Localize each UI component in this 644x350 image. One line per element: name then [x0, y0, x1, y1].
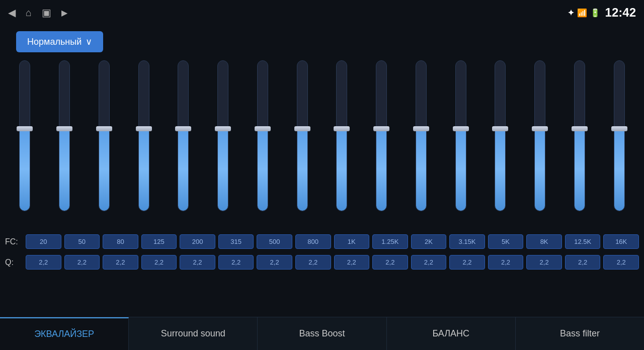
q-btn-800[interactable]: 2,2 [295, 255, 331, 270]
slider-handle-16K[interactable] [611, 126, 627, 131]
slider-1.25K[interactable] [366, 60, 396, 231]
fc-btn-315[interactable]: 315 [218, 234, 254, 249]
slider-handle-5K[interactable] [492, 126, 508, 131]
fc-label: FC: [5, 237, 23, 246]
slider-fill-16K [614, 128, 624, 211]
back-icon[interactable]: ◀ [8, 7, 16, 19]
slider-handle-125[interactable] [136, 126, 152, 131]
slider-315[interactable] [208, 60, 238, 231]
slider-handle-200[interactable] [175, 126, 191, 131]
slider-500[interactable] [248, 60, 278, 231]
slider-track-315 [217, 60, 228, 211]
slider-handle-3.15K[interactable] [453, 126, 469, 131]
slider-handle-12.5K[interactable] [572, 126, 588, 131]
slider-3.15K[interactable] [446, 60, 476, 231]
preset-dropdown-icon: ∨ [86, 36, 92, 47]
fc-btn-80[interactable]: 80 [103, 234, 138, 249]
fc-btn-3.15K[interactable]: 3.15K [449, 234, 485, 249]
q-btn-16K[interactable]: 2,2 [603, 255, 639, 270]
q-btn-5K[interactable]: 2,2 [488, 255, 524, 270]
q-btn-1K[interactable]: 2,2 [334, 255, 370, 270]
battery-icon: 🔋 [590, 8, 600, 18]
tab-баланс[interactable]: БАЛАНС [387, 317, 516, 350]
status-bar: ◀ ⌂ ▣ ▶ ✦ 📶 🔋 12:42 [0, 0, 644, 25]
slider-5K[interactable] [485, 60, 515, 231]
slider-handle-1.25K[interactable] [373, 126, 389, 131]
slider-fill-2K [416, 128, 426, 211]
fc-btn-1.25K[interactable]: 1.25K [372, 234, 408, 249]
slider-12.5K[interactable] [565, 60, 595, 231]
q-btn-200[interactable]: 2,2 [180, 255, 215, 270]
window-icon[interactable]: ▣ [42, 7, 51, 19]
slider-handle-20[interactable] [17, 126, 33, 131]
preset-button[interactable]: Нормальный ∨ [16, 31, 103, 52]
q-btn-125[interactable]: 2,2 [141, 255, 177, 270]
slider-handle-1K[interactable] [334, 126, 350, 131]
q-btn-1.25K[interactable]: 2,2 [372, 255, 408, 270]
q-btn-8K[interactable]: 2,2 [526, 255, 562, 270]
fc-btn-125[interactable]: 125 [141, 234, 177, 249]
fc-btn-50[interactable]: 50 [64, 234, 100, 249]
fc-row: FC: 2050801252003155008001K1.25K2K3.15K5… [0, 231, 644, 252]
slider-fill-500 [258, 128, 268, 211]
slider-fill-3.15K [456, 128, 466, 211]
slider-handle-315[interactable] [215, 126, 231, 131]
slider-20[interactable] [10, 60, 40, 231]
slider-track-20 [19, 60, 30, 211]
fc-btn-1K[interactable]: 1K [334, 234, 370, 249]
slider-200[interactable] [168, 60, 198, 231]
slider-handle-2K[interactable] [413, 126, 429, 131]
q-btn-12.5K[interactable]: 2,2 [565, 255, 601, 270]
sliders-container [0, 60, 644, 231]
q-btn-50[interactable]: 2,2 [64, 255, 100, 270]
tab-эквалайзер[interactable]: ЭКВАЛАЙЗЕР [0, 317, 129, 350]
fc-btn-5K[interactable]: 5K [488, 234, 524, 249]
slider-fill-20 [20, 128, 30, 211]
slider-handle-80[interactable] [96, 126, 112, 131]
q-btn-2K[interactable]: 2,2 [411, 255, 447, 270]
tab-surround-sound[interactable]: Surround sound [129, 317, 258, 350]
preset-label: Нормальный [27, 37, 82, 47]
q-btn-20[interactable]: 2,2 [26, 255, 61, 270]
slider-handle-8K[interactable] [532, 126, 548, 131]
fc-btn-2K[interactable]: 2K [411, 234, 447, 249]
slider-handle-50[interactable] [56, 126, 72, 131]
fc-btn-200[interactable]: 200 [180, 234, 215, 249]
status-right: ✦ 📶 🔋 12:42 [568, 6, 636, 20]
slider-track-8K [534, 60, 545, 211]
q-btn-500[interactable]: 2,2 [257, 255, 292, 270]
status-icons: ✦ 📶 🔋 [568, 8, 600, 18]
fc-btn-16K[interactable]: 16K [603, 234, 639, 249]
q-btn-315[interactable]: 2,2 [218, 255, 254, 270]
tab-bass-filter[interactable]: Bass filter [516, 317, 644, 350]
slider-handle-800[interactable] [294, 126, 310, 131]
clock: 12:42 [605, 6, 636, 20]
slider-16K[interactable] [604, 60, 634, 231]
q-btn-80[interactable]: 2,2 [103, 255, 138, 270]
slider-800[interactable] [287, 60, 317, 231]
slider-1K[interactable] [327, 60, 357, 231]
slider-track-125 [138, 60, 149, 211]
slider-track-12.5K [574, 60, 585, 211]
fc-btn-8K[interactable]: 8K [526, 234, 562, 249]
q-row: Q: 2,22,22,22,22,22,22,22,22,22,22,22,22… [0, 252, 644, 273]
fc-btn-20[interactable]: 20 [26, 234, 61, 249]
slider-80[interactable] [89, 60, 119, 231]
slider-fill-315 [218, 128, 228, 211]
slider-2K[interactable] [406, 60, 436, 231]
fc-btn-12.5K[interactable]: 12.5K [565, 234, 601, 249]
slider-125[interactable] [129, 60, 159, 231]
slider-track-1.25K [376, 60, 387, 211]
slider-50[interactable] [49, 60, 79, 231]
fc-btn-800[interactable]: 800 [295, 234, 331, 249]
slider-handle-500[interactable] [255, 126, 271, 131]
q-btn-3.15K[interactable]: 2,2 [449, 255, 485, 270]
slider-track-2K [416, 60, 427, 211]
fc-btn-500[interactable]: 500 [257, 234, 292, 249]
slider-fill-12.5K [575, 128, 585, 211]
slider-8K[interactable] [525, 60, 555, 231]
play-icon[interactable]: ▶ [61, 8, 67, 18]
bottom-tabs: ЭКВАЛАЙЗЕРSurround soundBass BoostБАЛАНС… [0, 317, 644, 350]
home-icon[interactable]: ⌂ [26, 7, 32, 19]
tab-bass-boost[interactable]: Bass Boost [258, 317, 386, 350]
